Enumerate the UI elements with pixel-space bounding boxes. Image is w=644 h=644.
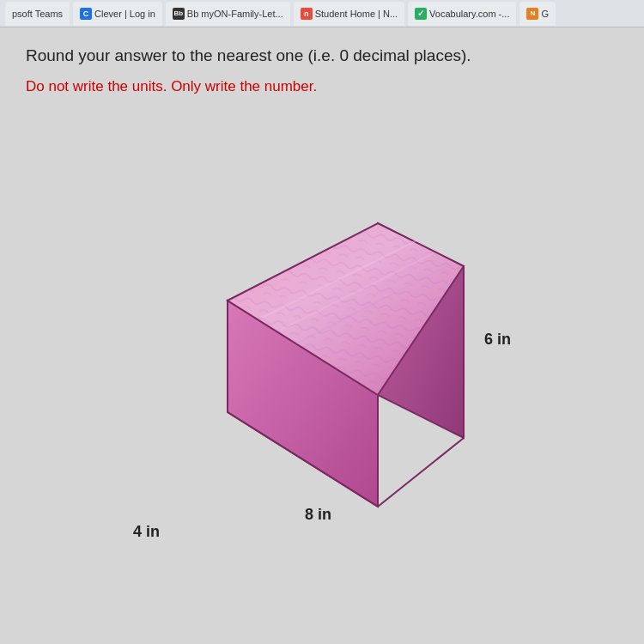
main-content: Round your answer to the nearest one (i.…	[0, 27, 644, 644]
tab-myon[interactable]: Bb Bb myON-Family-Let...	[166, 2, 290, 26]
myon-icon: Bb	[173, 8, 185, 20]
tab-vocab-label: Vocabulary.com -...	[429, 9, 509, 19]
tab-teams[interactable]: psoft Teams	[5, 2, 70, 26]
tab-vocab[interactable]: ✓ Vocabulary.com -...	[408, 2, 516, 26]
tab-teams-label: psoft Teams	[12, 9, 63, 19]
label-8in: 8 in	[305, 506, 331, 524]
warning-text: Do not write the units. Only write the n…	[26, 78, 618, 95]
label-6in: 6 in	[484, 331, 511, 349]
tab-clever-label: Clever | Log in	[94, 9, 155, 19]
box-svg	[159, 189, 494, 515]
last-icon: N	[526, 8, 538, 20]
box-wrapper: 6 in 8 in 4 in	[133, 189, 511, 550]
tab-myon-label: Bb myON-Family-Let...	[187, 9, 283, 19]
tab-student-label: Student Home | N...	[315, 9, 398, 19]
tab-clever[interactable]: C Clever | Log in	[73, 2, 162, 26]
student-icon: n	[301, 8, 313, 20]
label-4in: 4 in	[133, 523, 160, 541]
tab-bar: psoft Teams C Clever | Log in Bb Bb myON…	[0, 0, 644, 27]
tab-student[interactable]: n Student Home | N...	[294, 2, 404, 26]
clever-icon: C	[80, 8, 92, 20]
tab-last-label: G	[541, 9, 549, 19]
svg-line-8	[378, 438, 464, 507]
instruction-text: Round your answer to the nearest one (i.…	[26, 45, 618, 68]
vocab-icon: ✓	[415, 8, 427, 20]
box-container: 6 in 8 in 4 in	[26, 112, 618, 627]
tab-last[interactable]: N G	[519, 2, 556, 26]
